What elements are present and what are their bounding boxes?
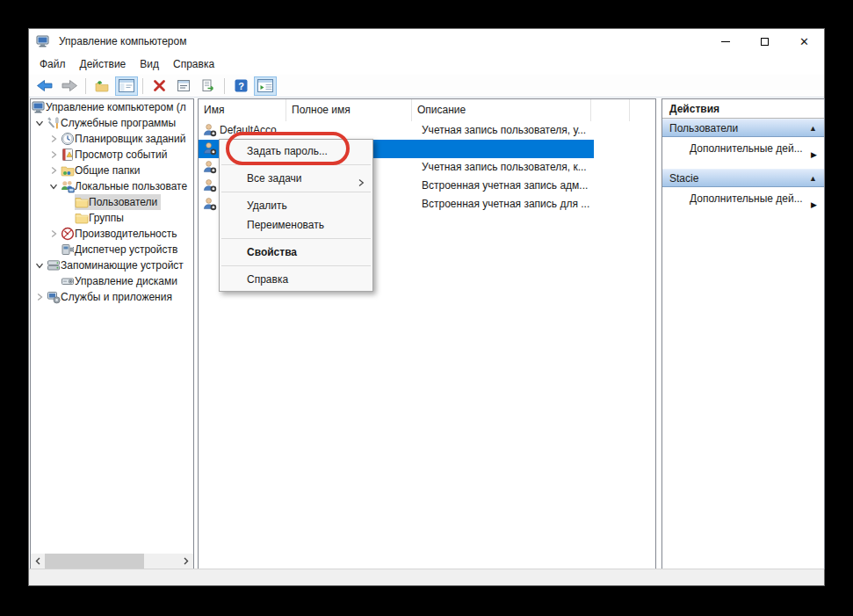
scrollbar-thumb[interactable] [45,554,144,569]
menu-файл[interactable]: Файл [33,54,73,74]
forward-arrow-icon [61,78,78,93]
tree-item[interactable]: Службы и приложения [31,289,193,305]
tree-node[interactable]: Локальные пользовате [61,178,191,194]
chevron-down-icon[interactable] [33,116,47,130]
tree-item[interactable]: Служебные программы [31,115,193,131]
tree-node[interactable]: Управление компьютером (л [32,99,190,115]
menu-separator [221,192,371,192]
close-button[interactable]: ✕ [784,29,824,54]
tree-item[interactable]: Управление дисками [31,273,193,289]
chevron-right-icon[interactable] [47,148,61,162]
actions-section-пользователи[interactable]: Пользователи▲ [662,119,824,137]
scroll-left-icon[interactable] [31,554,46,569]
tree-node[interactable]: Общие папки [61,163,143,178]
title-bar: Управление компьютером ✕ [29,29,824,54]
tree-item[interactable]: Общие папки [31,163,193,178]
section-gap [662,160,824,169]
tree-item[interactable]: Производительность [31,226,193,242]
delete-cross-icon [153,79,166,92]
context-menu-item[interactable]: Свойства [220,243,372,262]
toolbar-button-export-list[interactable] [197,76,220,96]
toolbar-button-up-folder[interactable] [90,76,113,96]
tree-item[interactable]: Запоминающие устройст [31,257,193,273]
context-menu-item[interactable]: Удалить [220,196,372,215]
chevron-down-icon[interactable] [33,258,47,272]
minimize-button[interactable] [705,29,745,54]
tree-item[interactable]: Просмотр событий [31,147,193,163]
disk-management-icon [61,274,75,288]
tree-item[interactable]: Планировщик заданий [31,131,193,147]
tree-node[interactable]: Запоминающие устройст [47,257,187,273]
actions-section-stacie[interactable]: Stacie▲ [662,169,824,187]
toolbar-button-back-arrow[interactable] [33,76,56,96]
tree-item-label: Служебные программы [61,117,176,129]
collapse-arrow-icon[interactable]: ▲ [809,170,817,187]
chevron-right-icon[interactable] [47,227,61,241]
computer-icon [32,100,46,114]
context-menu-item[interactable]: Все задачи [220,169,372,188]
up-folder-icon [94,79,110,93]
tree-item-label: Группы [89,212,124,224]
section-gap [662,210,824,219]
column-header-Описание[interactable]: Описание [412,99,591,121]
toolbar-button-delete-cross[interactable] [148,76,170,96]
scroll-right-icon[interactable] [178,554,193,569]
column-header-Имя[interactable]: Имя [199,99,286,121]
context-menu-item[interactable]: Справка [220,270,372,289]
menu-справка[interactable]: Справка [166,54,221,74]
tree-item[interactable]: Диспетчер устройств [31,242,193,257]
export-list-icon [201,79,215,92]
tree-node[interactable]: Планировщик заданий [61,131,189,147]
context-menu-item-label: Все задачи [247,172,302,185]
actions-section-label: Пользователи [669,122,738,134]
tree-node[interactable]: Службы и приложения [47,289,176,305]
toolbar-separator [224,78,225,94]
actions-panel: Действия Пользователи▲Дополнительные дей… [661,98,825,569]
toolbar-button-show-hide-pane[interactable] [254,76,277,96]
context-menu-item[interactable]: Переименовать [220,215,372,235]
tree-item[interactable]: Управление компьютером (л [31,99,193,115]
user-desc-cell: Учетная запись пользователя, у... [422,124,586,136]
column-header-Полное имя[interactable]: Полное имя [286,99,412,121]
actions-item[interactable]: Дополнительные дей...▶ [662,137,824,160]
tree-node[interactable]: Управление дисками [61,273,181,289]
tree-item[interactable]: Группы [31,210,193,226]
list-header: ИмяПолное имяОписание [199,99,655,121]
console-window-icon [119,79,134,92]
folder-icon [75,195,89,209]
toolbar-button-console-window[interactable] [115,76,138,96]
tree-node[interactable]: Просмотр событий [61,147,170,163]
toolbar-separator [142,78,143,94]
task-scheduler-icon [61,132,75,146]
tree-item-label: Управление компьютером (л [46,101,186,113]
toolbar-button-forward-arrow[interactable] [58,76,81,96]
actions-item-label: Дополнительные дей... [690,192,803,205]
tree-node[interactable]: Служебные программы [47,115,179,131]
column-header-blank[interactable] [591,99,630,121]
tree-node[interactable]: Группы [75,210,127,226]
menu-действие[interactable]: Действие [73,54,134,74]
context-menu-item-label: Свойства [247,246,297,258]
menu-вид[interactable]: Вид [133,54,166,74]
folder-icon [75,211,89,225]
toolbar-button-help-question[interactable]: ? [229,76,252,96]
maximize-button[interactable] [745,29,784,54]
user-desc-cell: Встроенная учетная запись адм... [422,179,588,192]
tree-node[interactable]: Пользователи [75,194,161,210]
tree-node[interactable]: Диспетчер устройств [61,242,181,257]
chevron-right-icon[interactable] [47,163,61,178]
horizontal-scrollbar[interactable] [31,554,193,569]
collapse-arrow-icon[interactable]: ▲ [809,120,817,137]
chevron-right-icon[interactable] [47,132,61,146]
menu-separator [221,238,371,239]
context-menu-item-label: Удалить [247,199,287,212]
tree-node[interactable]: Производительность [61,226,180,242]
chevron-right-icon[interactable] [33,290,47,304]
actions-item[interactable]: Дополнительные дей...▶ [662,187,824,210]
window-title: Управление компьютером [59,35,186,47]
tree-item[interactable]: Пользователи [31,194,193,210]
toolbar-button-properties-dialog[interactable] [172,76,195,96]
tree-item[interactable]: Локальные пользовате [31,178,193,194]
tree-item-label: Управление дисками [75,275,177,287]
chevron-down-icon[interactable] [47,179,61,193]
